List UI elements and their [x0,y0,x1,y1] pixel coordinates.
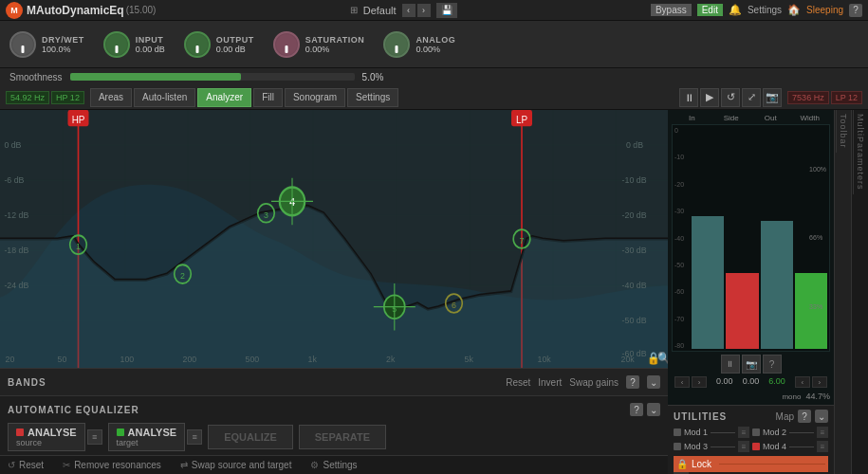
spectrum-width-label: Width [792,114,829,122]
right-panel-main: In Side Out Width 0 -10 -20 -30 -40 -50 [668,110,834,474]
freq-left-badge: 54.92 Hz [6,91,49,104]
prev-preset-button[interactable]: ‹ [402,4,416,17]
analyse-target-menu-button[interactable]: ≡ [187,429,202,445]
utilities-title: UTILITIES [674,411,727,422]
analyse-source-dot [16,428,24,436]
filter-right-value: LP 12 [836,93,858,102]
mod1-menu-button[interactable]: ≡ [738,427,749,438]
analyse-source-menu-button[interactable]: ≡ [87,429,102,445]
y-label-80: -80 [674,342,684,349]
analyse-target-button[interactable]: ANALYSE target [108,423,186,451]
pause-button[interactable]: ⏸ [679,88,698,107]
separate-button[interactable]: SEPARATE [299,425,386,449]
equalize-button[interactable]: EQUALIZE [208,425,293,449]
expand-button[interactable]: ⤢ [742,88,761,107]
save-preset-button[interactable]: 💾 [436,3,457,18]
settings-link[interactable]: Settings [748,5,782,15]
next-preset-button[interactable]: › [417,4,431,17]
bypass-button[interactable]: Bypass [651,4,692,16]
play-button[interactable]: ▶ [700,88,719,107]
mod4-line [789,447,814,447]
spectrum-bar-side [726,273,758,349]
spectrum-controls: ⏸ 📷 ? [672,355,830,374]
preset-arrows: ‹ › [402,4,431,17]
help-button[interactable]: ? [849,4,862,17]
reset-bands-button[interactable]: Reset [506,377,530,388]
analog-knob[interactable] [383,31,410,58]
meter-right-arrow[interactable]: › [692,376,707,388]
controls-row: DRY/WET 100.0% INPUT 0.00 dB OUTPUT 0.00… [0,21,868,68]
refresh-button[interactable]: ↺ [721,88,740,107]
auto-eq-expand-button[interactable]: ⌄ [647,403,660,416]
settings-label: Settings [323,460,357,470]
analog-text: ANALOG 0.00% [416,35,455,54]
mod2-row: Mod 2 ≡ [752,427,828,438]
main-area: HP LP 1 2 3 4 [0,110,868,474]
camera-meter-button[interactable]: 📷 [742,355,761,374]
swap-gains-button[interactable]: Swap gains [569,377,619,388]
app-version: (15.00) [126,5,157,15]
analyse-target-top: ANALYSE [117,427,177,438]
remove-resonances-label: Remove resonances [74,460,161,470]
mod3-dot [674,443,681,450]
tab-sonogram[interactable]: Sonogram [285,88,345,107]
swap-source-target-button[interactable]: ⇄ Swap source and target [180,460,292,470]
tab-areas[interactable]: Areas [90,88,132,107]
reset-icon: ↺ [8,460,15,470]
eq-svg: HP LP 1 2 3 4 [0,110,668,368]
output-knob[interactable] [184,31,211,58]
settings-icon: ⚙ [310,460,319,470]
settings-button[interactable]: ⚙ Settings [310,460,357,470]
meter-left-arrow-2[interactable]: ‹ [795,376,810,388]
svg-text:2k: 2k [386,354,396,364]
remove-resonances-button[interactable]: ✂ Remove resonances [63,460,161,470]
input-knob[interactable] [103,31,130,58]
auto-eq-section: AUTOMATIC EQUALIZER ? ⌄ ANALYSE source [0,395,668,455]
spectrum-analyzer: In Side Out Width 0 -10 -20 -30 -40 -50 [668,110,834,405]
utilities-map-label[interactable]: Map [776,411,794,422]
swap-icon: ⇄ [180,460,188,470]
svg-text:20k: 20k [621,354,635,364]
svg-text:-18 dB: -18 dB [4,245,28,255]
input-group: INPUT 0.00 dB [103,31,165,58]
tab-fill[interactable]: Fill [253,88,283,107]
dry-wet-knob[interactable] [9,31,36,58]
screenshot-button[interactable]: 📷 [763,88,782,107]
tab-analyzer[interactable]: Analyzer [197,88,251,107]
invert-bands-button[interactable]: Invert [538,377,562,388]
spectrum-col-in [692,127,724,349]
svg-text:-20 dB: -20 dB [622,210,647,220]
reset-button[interactable]: ↺ Reset [8,460,44,470]
smoothness-bar[interactable] [70,73,355,81]
svg-text:-50 dB: -50 dB [622,316,647,326]
lock-button[interactable]: 🔒 Lock [674,456,828,472]
utilities-help-button[interactable]: ? [798,410,811,423]
auto-eq-help-button[interactable]: ? [630,403,643,416]
output-text: OUTPUT 0.00 dB [216,35,254,54]
meter-left-arrow[interactable]: ‹ [674,376,690,388]
mod4-menu-button[interactable]: ≡ [817,441,828,452]
bands-help-button[interactable]: ? [626,375,639,389]
bands-expand-button[interactable]: ⌄ [647,375,660,389]
saturation-group: SATURATION 0.00% [273,31,365,58]
auto-eq-title: AUTOMATIC EQUALIZER [8,405,139,415]
help-meter-button[interactable]: ? [763,355,782,374]
edit-button[interactable]: Edit [697,4,723,16]
utilities-expand-button[interactable]: ⌄ [815,410,828,423]
bottom-buttons: ↺ Reset ✂ Remove resonances ⇄ Swap sourc… [0,455,668,474]
mod2-menu-button[interactable]: ≡ [817,427,828,438]
analyse-source-button[interactable]: ANALYSE source [8,423,85,451]
tab-auto-listen[interactable]: Auto-listen [134,88,195,107]
saturation-knob[interactable] [273,31,300,58]
input-indicator [115,46,118,53]
settings-icon: 🔔 [729,4,742,16]
pause-meter-button[interactable]: ⏸ [721,355,740,374]
tab-settings[interactable]: Settings [347,88,398,107]
mod3-menu-button[interactable]: ≡ [738,441,749,452]
lock-line [719,464,825,465]
mono-value: 44.7% [805,392,830,401]
meter-right-arrow-2[interactable]: › [812,376,827,388]
y-label-40: -40 [674,235,684,242]
eq-graph[interactable]: HP LP 1 2 3 4 [0,110,668,368]
mod4-dot [752,443,760,450]
